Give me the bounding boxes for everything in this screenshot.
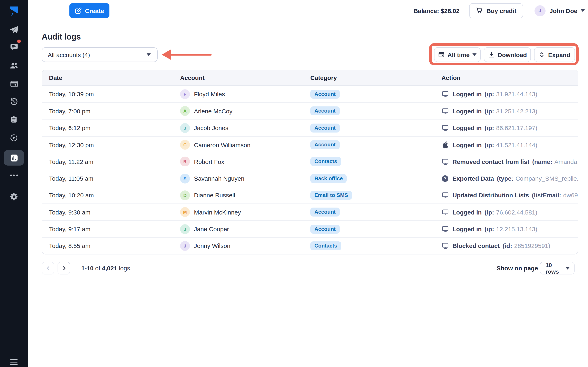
apple-icon (441, 141, 449, 148)
page-title: Audit logs (42, 31, 81, 42)
edit-icon (75, 7, 82, 14)
log-date: Today, 9:17 am (42, 225, 180, 233)
action-meta-value: 2851929591) (514, 242, 550, 249)
account-avatar: J (180, 123, 190, 133)
sidebar-item-history[interactable] (0, 94, 28, 109)
account-avatar: C (180, 140, 190, 150)
action-meta-key: (id: (503, 242, 512, 249)
sidebar-menu-toggle[interactable] (0, 354, 28, 367)
sidebar-item-reporting[interactable] (4, 150, 24, 166)
table-row[interactable]: Today, 11:05 amSSavannah NguyenBack offi… (42, 170, 578, 187)
chevron-down-icon (147, 53, 151, 56)
action-label: Logged in (452, 124, 482, 131)
table-row[interactable]: Today, 7:00 pmAArlene McCoyAccountLogged… (42, 103, 578, 119)
log-date: Today, 10:39 pm (42, 91, 180, 98)
create-button[interactable]: Create (69, 3, 109, 18)
category-badge: Email to SMS (310, 191, 352, 200)
account-name: Cameron Williamson (194, 141, 251, 148)
action-meta-key: (ip: (484, 209, 494, 216)
log-date: Today, 11:22 am (42, 158, 180, 165)
column-header-category[interactable]: Category (310, 74, 441, 81)
account-name: Marvin McKinney (194, 209, 241, 216)
action-meta-value: dw696... (563, 192, 578, 199)
account-name: Jacob Jones (194, 124, 228, 131)
expand-icon (539, 51, 545, 58)
annotation-arrow (162, 49, 213, 61)
accounts-filter-select[interactable]: All accounts (4) (42, 47, 158, 62)
account-name: Dianne Russell (194, 192, 235, 199)
table-row[interactable]: Today, 6:12 pmJJacob JonesAccountLogged … (42, 119, 578, 136)
column-header-action[interactable]: Action (441, 74, 578, 81)
log-date: Today, 6:12 pm (42, 124, 180, 131)
buy-credit-button[interactable]: Buy credit (469, 3, 523, 18)
table-row[interactable]: Today, 10:20 amDDianne RussellEmail to S… (42, 187, 578, 204)
expand-button[interactable]: Expand (534, 47, 575, 62)
page-size-select[interactable]: 10 rows (540, 262, 575, 275)
action-meta-key: (ip: (484, 141, 494, 148)
category-badge: Account (310, 107, 340, 116)
next-page-button[interactable] (58, 262, 70, 275)
user-avatar[interactable]: J (534, 5, 545, 16)
page-size-value: 10 rows (545, 262, 566, 275)
action-meta-key: (ip: (484, 91, 494, 98)
sidebar-item-automation[interactable] (0, 130, 28, 145)
action-meta-key: (ip: (484, 225, 494, 233)
sidebar-item-settings[interactable] (0, 189, 28, 204)
action-meta-value: 31.921.44.143) (496, 91, 537, 98)
action-label: Logged in (452, 91, 482, 98)
create-label: Create (85, 7, 104, 14)
category-badge: Back office (310, 174, 347, 183)
account-name: Floyd Miles (194, 91, 225, 98)
table-row[interactable]: Today, 11:22 amRRobert FoxContactsRemove… (42, 153, 578, 170)
sidebar-item-chats[interactable] (0, 39, 28, 55)
chevron-down-icon (566, 267, 570, 269)
expand-label: Expand (548, 51, 570, 58)
pagination-range: 1-10 (81, 265, 94, 272)
log-date: Today, 8:55 am (42, 242, 180, 249)
chevron-down-icon[interactable] (581, 9, 585, 12)
sidebar-item-more[interactable] (0, 167, 28, 183)
log-date: Today, 10:20 am (42, 192, 180, 199)
previous-page-button[interactable] (42, 262, 54, 275)
app-logo[interactable] (0, 3, 28, 19)
category-badge: Account (310, 225, 340, 234)
column-header-date[interactable]: Date (42, 74, 180, 81)
category-badge: Contacts (310, 242, 341, 250)
download-button[interactable]: Download (484, 47, 531, 62)
table-row[interactable]: Today, 12:30 pmCCameron WilliamsonAccoun… (42, 136, 578, 153)
action-meta-key: (ip: (484, 124, 494, 131)
user-name[interactable]: John Doe (549, 7, 577, 14)
category-badge: Account (310, 90, 340, 99)
calendar-icon (438, 51, 445, 58)
action-meta-value: 86.621.17.197) (496, 124, 537, 131)
sidebar-item-send[interactable] (0, 22, 28, 38)
table-row[interactable]: Today, 10:39 pmFFloyd MilesAccountLogged… (42, 86, 578, 103)
pagination-total: 4,021 (102, 265, 117, 272)
time-filter-button[interactable]: All time (434, 47, 481, 62)
log-date: Today, 9:30 am (42, 209, 180, 216)
sidebar-item-calendar[interactable] (0, 76, 28, 92)
action-label: Logged in (452, 108, 482, 115)
table-row[interactable]: Today, 8:55 amJJenny WilsonContactsBlock… (42, 237, 578, 254)
monitor-icon (441, 124, 449, 131)
account-avatar: J (180, 241, 190, 251)
action-label: Removed contact from list (452, 158, 529, 165)
table-row[interactable]: Today, 9:30 amMMarvin McKinneyAccountLog… (42, 203, 578, 220)
app-window: Create Balance: $28.02 Buy credit J John… (0, 0, 588, 367)
table-row[interactable]: Today, 9:17 amJJane CooperAccountLogged … (42, 220, 578, 237)
accounts-filter-value: All accounts (4) (48, 51, 90, 58)
account-name: Robert Fox (194, 158, 224, 165)
action-meta-key: (name: (532, 158, 552, 165)
sidebar-item-tasks[interactable] (0, 112, 28, 127)
sidebar-item-contacts[interactable] (0, 58, 28, 73)
action-meta-value: 31.251.42.213) (496, 108, 537, 115)
time-filter-label: All time (448, 51, 470, 58)
action-meta-value: Amanda... (554, 158, 578, 165)
action-meta-value: 76.602.44.581) (496, 209, 537, 216)
category-badge: Account (310, 208, 340, 217)
table-body: Today, 10:39 pmFFloyd MilesAccountLogged… (42, 86, 578, 254)
column-header-account[interactable]: Account (180, 74, 310, 81)
log-date: Today, 11:05 am (42, 175, 180, 182)
monitor-icon (441, 158, 449, 165)
gear-icon (9, 192, 18, 201)
